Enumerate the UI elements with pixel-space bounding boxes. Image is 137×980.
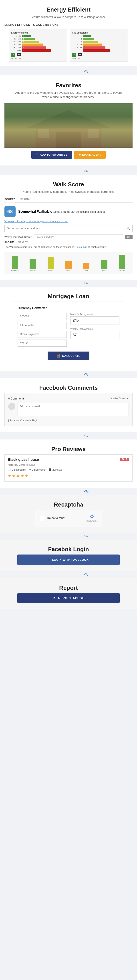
svg-rect-3 (56, 132, 81, 148)
email-alert-button[interactable]: ✉ EMAIL ALERT (74, 151, 106, 159)
recaptcha-left: I'm not a robot (40, 516, 65, 520)
energy-section: Energy Efficient Feature which will allo… (0, 0, 137, 66)
energy-chart-2: Gas emissions A B C 27–36 57–68 (70, 30, 128, 62)
fb-sort-value[interactable]: Oldest ▼ (118, 397, 129, 400)
calculate-label: CALCULATE (62, 354, 81, 358)
pro-reviews-title: Pro Reviews (5, 446, 132, 453)
mortgage-downpayment-input[interactable] (18, 331, 67, 338)
walk-map-link2[interactable]: See a map (75, 246, 87, 248)
recaptcha-brand: reCAPTCHA (88, 519, 96, 521)
fb-plugin-label: Facebook Comments Plugin (10, 419, 38, 422)
weekly-label: Weekly Repayments (70, 328, 119, 330)
walk-score-question: What's Your Walk Score? Go (5, 234, 132, 239)
facebook-comments-section: Facebook Comments 0 Comments Sort by Old… (0, 378, 137, 433)
recaptcha-title: Recaptcha (5, 501, 132, 508)
walk-bar-bank: Bank (78, 263, 94, 271)
walk-search-box: 🔍 (5, 225, 132, 232)
walk-score-question-label: What's Your Walk Score? (5, 235, 32, 238)
recaptcha-checkbox[interactable] (40, 516, 44, 520)
arrow-3: ↷ (0, 280, 137, 287)
arrow-8: ↷ (0, 571, 137, 578)
walk-tabs: SCORES NEARBY (5, 198, 132, 202)
energy-bar-row: 201 – 250 E (11, 46, 65, 49)
walk-bar-parks: Parks (96, 260, 112, 271)
recaptcha-privacy: Privacy - Terms (86, 521, 97, 523)
arrow-7: ↷ (0, 533, 137, 539)
mortgage-title: Mortgage Loan (5, 293, 132, 300)
recaptcha-section: Recaptcha I'm not a robot ♻ reCAPTCHA Pr… (0, 495, 137, 533)
walk-score-detail: The Walk Score here is 68 out of 100 bas… (5, 246, 75, 248)
walk-bar-grocery: Grocery (60, 261, 77, 271)
walk-go-button[interactable]: Go (125, 235, 132, 239)
walk-bar-shopping: Shopping (24, 259, 41, 271)
walk-score-badge: 68 Somewhat Walkable Some errands can be… (5, 206, 132, 217)
bathrooms-label: 2 Bathrooms (12, 468, 25, 471)
energy-badge-1: 38 (17, 53, 21, 56)
fb-sort: Sort by Oldest ▼ (110, 397, 129, 400)
review-bedrooms: 🛏 2 Bedrooms (29, 468, 45, 471)
arrow-1: ↷ (0, 68, 137, 75)
svg-rect-5 (88, 129, 99, 138)
walk-tab2-nearby[interactable]: NEARBY (18, 241, 28, 244)
walk-bar-coffee: Coffee (43, 258, 59, 271)
walk-search-input[interactable] (7, 227, 126, 230)
fb-sort-label: Sort by (110, 397, 118, 400)
energy-bar-row: 1 – 50 A (11, 35, 65, 37)
review-card: Black glass house SALE Marbella, Marbell… (5, 454, 132, 482)
star-4: ★ (21, 474, 24, 478)
walk-bar-restaurants: Restaurants (7, 256, 23, 271)
review-property-title: Black glass house (8, 458, 39, 462)
arrow-2: ↷ (0, 168, 137, 175)
energy-badge-2: 38 (78, 53, 82, 56)
walk-bars-container: Restaurants Shopping Coffee Grocery Bank… (5, 251, 132, 274)
mortgage-right: Monthly Repayments 245 Weekly Repayments… (70, 313, 119, 348)
bed-icon: 🛏 (29, 468, 31, 471)
walkscore-title: Walk Score (5, 181, 132, 188)
energy-bar-row: A (72, 35, 126, 37)
energy-note-2: 27 kg CO₂ (72, 57, 126, 59)
favorites-buttons: ♡ ADD TO FAVORITES ✉ EMAIL ALERT (5, 151, 132, 159)
add-to-favorites-button[interactable]: ♡ ADD TO FAVORITES (31, 151, 72, 159)
email-alert-label: EMAIL ALERT (82, 153, 101, 156)
arrow-4: ↷ (0, 371, 137, 378)
facebook-login-button[interactable]: f LOGIN WITH FACEBOOK (18, 555, 120, 565)
mortgage-section: Mortgage Loan Currency Converter Monthly… (0, 287, 137, 371)
energy-bar-row: 27–36 (72, 43, 126, 46)
walk-score-desc: The Walk Score here is 68 out of 100 bas… (5, 245, 132, 249)
arrow-5: ↷ (0, 433, 137, 439)
fb-comments-box: 0 Comments Sort by Oldest ▼ f Facebook C… (5, 393, 132, 426)
mortgage-years-input[interactable] (18, 340, 67, 347)
walk-tab-nearby[interactable]: NEARBY (20, 198, 30, 202)
calculator-icon: 🧮 (56, 354, 60, 358)
add-favorites-label: ADD TO FAVORITES (40, 153, 67, 156)
energy-title: Energy Efficient (5, 6, 132, 13)
mortgage-interest-input[interactable] (18, 322, 67, 329)
monthly-label: Monthly Repayments (70, 313, 119, 315)
walk-map-link[interactable]: View map of nearby restaurants, grocery … (5, 220, 132, 223)
report-title: Report (5, 584, 132, 591)
star-3: ★ (16, 474, 20, 478)
energy-chart-1: Energy efficient 1 – 50 A 51 – 100 B 101… (9, 30, 67, 62)
walk-score-address-input[interactable] (33, 234, 123, 239)
score-label: Somewhat Walkable (18, 210, 52, 213)
mortgage-amount-input[interactable] (18, 313, 67, 320)
fb-count: 0 Comments (8, 397, 25, 400)
walkscore-section: Walk Score Prefix or Suffix currency sup… (0, 175, 137, 280)
review-meta: 🛁 2 Bathrooms 🛏 2 Bedrooms ⬛ 200 Size (8, 468, 129, 471)
walk-tab-scores[interactable]: SCORES (5, 198, 15, 202)
fb-login-label: LOGIN WITH FACEBOOK (52, 558, 89, 562)
star-2: ★ (12, 474, 16, 478)
energy-block-title: ENERGY EFFICIENT & GAS EMISSIONS (5, 23, 132, 26)
bath-icon: 🛁 (8, 468, 11, 471)
favorites-subtitle: Add any listing you want to your Favorit… (15, 91, 122, 99)
report-abuse-button[interactable]: ⚑ REPORT ABUSE (18, 593, 120, 603)
calculate-button[interactable]: 🧮 CALCULATE (48, 352, 89, 360)
walk-tabs2: SCORES NEARBY (5, 241, 132, 244)
fb-comment-input[interactable] (18, 403, 129, 416)
favorites-title: Favorites (5, 82, 132, 89)
energy-note-1: 38 kWh / m² (11, 57, 65, 59)
walk-tab2-scores[interactable]: SCORES (5, 241, 14, 244)
chart1-label: Energy efficient (11, 32, 65, 34)
fb-plugin-link[interactable]: f Facebook Comments Plugin (8, 419, 129, 422)
arrow-6: ↷ (0, 488, 137, 495)
